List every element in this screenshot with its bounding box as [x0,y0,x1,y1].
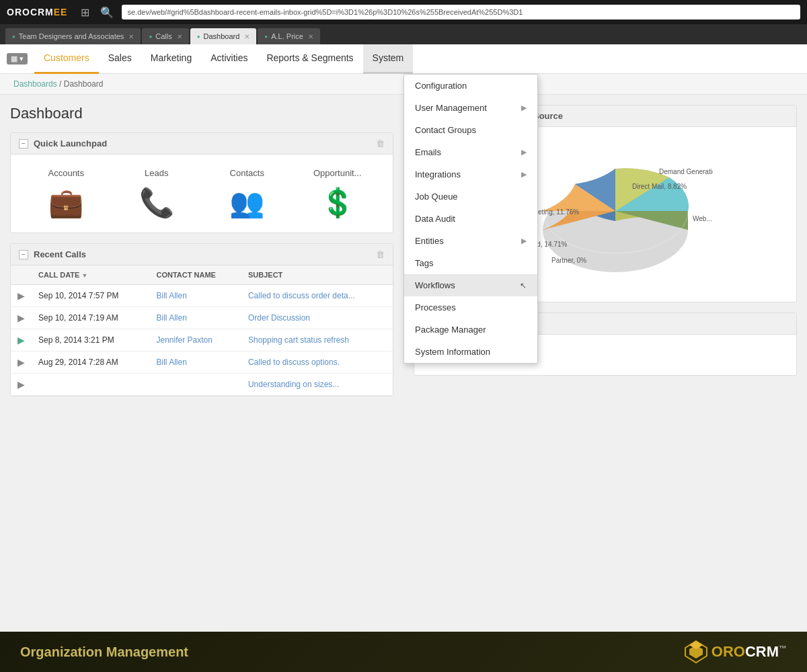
recent-calls-widget: − Recent Calls 🗑 CALL DATE ▼ CONTACT NAM… [10,243,393,396]
call-subject[interactable]: Called to discuss order deta... [241,285,393,307]
menu-item-system-information[interactable]: System Information [404,341,537,363]
call-subject[interactable]: Order Discussion [241,307,393,329]
contact-link[interactable]: Jennifer Paxton [157,335,213,345]
bookmark-icon[interactable]: ⊞ [78,5,92,20]
menu-item-emails[interactable]: Emails ▶ [404,141,537,163]
tab-dot: ● [149,34,152,40]
menu-item-tags[interactable]: Tags [404,252,537,274]
nav-customers[interactable]: Customers [34,44,99,74]
nav-activities[interactable]: Activities [201,44,257,74]
menu-item-user-management[interactable]: User Management ▶ [404,97,537,119]
tab-close-icon[interactable]: ✕ [128,33,134,40]
play-icon: ▶ [17,312,25,323]
menu-item-contact-groups[interactable]: Contact Groups [404,119,537,141]
subject-link[interactable]: Called to discuss options. [248,358,340,367]
system-dropdown: Configuration User Management ▶ Contact … [404,74,538,364]
call-contact[interactable]: Jennifer Paxton [150,329,241,351]
dashboard-widget-icon[interactable]: ▦ ▾ [7,53,28,65]
widget-title-launchpad: Quick Launchpad [34,138,107,149]
col-subject[interactable]: SUBJECT [241,265,393,285]
subject-link[interactable]: Order Discussion [248,313,310,323]
call-subject[interactable]: Called to discuss options. [241,351,393,374]
widget-collapse-calls-button[interactable]: − [19,250,28,259]
breadcrumb-current: Dashboard [64,79,104,89]
tab-close-icon[interactable]: ✕ [308,33,313,40]
nav-sales[interactable]: Sales [99,44,141,74]
tab-close-icon[interactable]: ✕ [177,33,182,40]
tab-al-price[interactable]: ● A.L. Price ✕ [258,28,320,44]
call-date: Aug 29, 2014 7:28 AM [32,351,150,374]
contact-link[interactable]: Bill Allen [157,291,187,300]
address-bar[interactable]: se.dev/web/#grid%5Bdashboard-recent-emai… [122,5,800,19]
subject-link[interactable]: Called to discuss order deta... [248,291,355,300]
nav-reports[interactable]: Reports & Segments [257,44,362,74]
accounts-icon: 💼 [48,186,83,219]
table-row: ▶ Sep 8, 2014 3:21 PM Jennifer Paxton Sh… [11,329,393,351]
call-subject[interactable]: Shopping cart status refresh [241,329,393,351]
col-date[interactable]: CALL DATE ▼ [32,265,150,285]
play-icon: ▶ [17,290,25,301]
call-contact[interactable]: Bill Allen [150,307,241,329]
label-direct: Direct Mail, 8.82% [632,183,687,190]
launchpad-opportunities[interactable]: Opportunit... 💲 [296,168,380,219]
nav-marketing[interactable]: Marketing [141,44,201,74]
tab-calls[interactable]: ● Calls ✕ [142,28,188,44]
call-icon-cell: ▶ [11,351,32,374]
call-date [32,374,150,396]
logo-crm: CRM [745,643,779,660]
bottom-logo: OROCRM™ [684,640,787,664]
calls-table: CALL DATE ▼ CONTACT NAME SUBJECT [11,265,393,396]
menu-item-data-audit[interactable]: Data Audit [404,208,537,230]
launchpad-grid: Accounts 💼 Leads 📞 Contacts 👥 Opportunit… [11,155,393,233]
launchpad-accounts[interactable]: Accounts 💼 [24,168,108,219]
logo: OROCRMEE [7,7,67,17]
menu-item-entities[interactable]: Entities ▶ [404,230,537,252]
menu-item-package-manager[interactable]: Package Manager [404,319,537,341]
widget-delete-icon[interactable]: 🗑 [376,138,385,149]
call-icon-cell: ▶ [11,285,32,307]
tab-dashboard[interactable]: ● Dashboard ✕ [190,28,257,44]
menu-item-workflows[interactable]: Workflows ↖ [404,274,537,296]
search-icon[interactable]: 🔍 [98,5,116,20]
nav-system[interactable]: System [363,44,414,74]
opportunities-icon: 💲 [320,186,355,219]
table-row: ▶ Sep 10, 2014 7:57 PM Bill Allen Called… [11,285,393,307]
call-contact[interactable]: Bill Allen [150,285,241,307]
col-contact[interactable]: CONTACT NAME [150,265,241,285]
nav-reports-label: Reports & Segments [266,52,353,63]
cursor-indicator: ↖ [520,281,527,290]
launchpad-contacts[interactable]: Contacts 👥 [205,168,289,219]
sort-arrow-date: ▼ [81,272,87,279]
menu-item-integrations[interactable]: Integrations ▶ [404,163,537,185]
left-panel: Dashboard − Quick Launchpad 🗑 Accounts 💼… [0,95,404,631]
breadcrumb-parent[interactable]: Dashboards [13,79,57,89]
submenu-arrow-integrations-icon: ▶ [521,170,527,179]
nav-marketing-label: Marketing [151,52,192,63]
launchpad-leads[interactable]: Leads 📞 [115,168,199,219]
tab-team-designers[interactable]: ● Team Designers and Associates ✕ [5,28,141,44]
call-contact[interactable]: Bill Allen [150,351,241,374]
tab-label: Dashboard [204,32,240,40]
play-icon: ▶ [17,357,25,368]
label-demand: Demand Generation, 26.47% [659,168,713,175]
top-bar: OROCRMEE ⊞ 🔍 se.dev/web/#grid%5Bdashboar… [0,0,807,24]
menu-item-job-queue[interactable]: Job Queue [404,185,537,208]
menu-item-processes[interactable]: Processes [404,296,537,319]
table-row: ▶ Understanding on sizes... [11,374,393,396]
widget-collapse-button[interactable]: − [19,139,28,149]
call-subject[interactable]: Understanding on sizes... [241,374,393,396]
widget-delete-calls-icon[interactable]: 🗑 [376,249,385,259]
contact-link[interactable]: Bill Allen [157,358,187,367]
tab-label: A.L. Price [271,32,303,40]
table-row: ▶ Sep 10, 2014 7:19 AM Bill Allen Order … [11,307,393,329]
tab-bar: ● Team Designers and Associates ✕ ● Call… [0,24,807,44]
launchpad-opportunities-label: Opportunit... [313,168,362,178]
contact-link[interactable]: Bill Allen [157,313,187,323]
subject-link[interactable]: Shopping cart status refresh [248,335,349,345]
tab-close-icon[interactable]: ✕ [244,33,249,40]
subject-link[interactable]: Understanding on sizes... [248,380,339,389]
launchpad-contacts-label: Contacts [230,168,264,178]
bottom-logo-text: OROCRM™ [712,643,787,661]
label-partner: Partner, 0% [551,257,586,264]
menu-item-configuration[interactable]: Configuration [404,75,537,97]
